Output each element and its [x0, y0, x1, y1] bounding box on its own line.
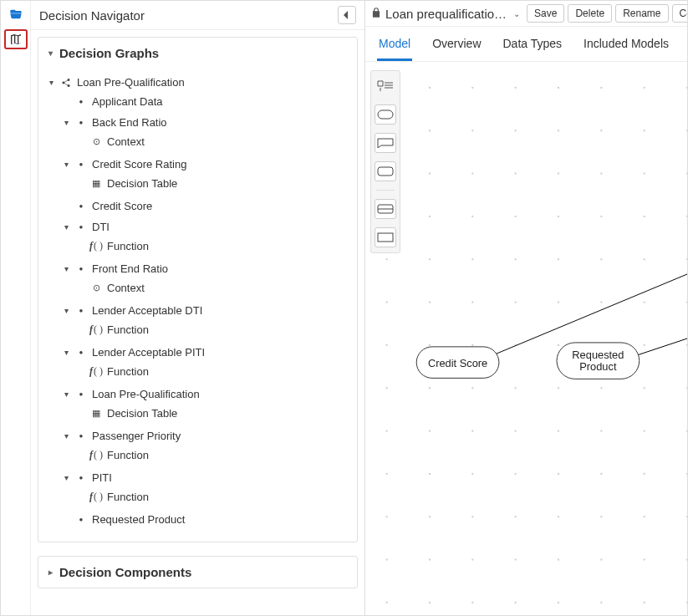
tree-item-label: DTI — [92, 221, 110, 233]
tool-oval-input[interactable] — [375, 104, 396, 125]
tree-item-label: Credit Score — [92, 200, 152, 212]
svg-rect-6 — [365, 66, 687, 611]
file-dropdown-icon[interactable]: ⌄ — [510, 9, 523, 18]
tab-model[interactable]: Model — [377, 33, 412, 61]
tree-root-label: Loan Pre-Qualification — [77, 76, 185, 89]
tree-item[interactable]: Front End Ratio — [60, 260, 350, 277]
fn-icon — [90, 491, 102, 503]
tree-child-item[interactable]: Context — [75, 133, 350, 150]
caret-icon — [62, 389, 70, 399]
delete-button[interactable]: Delete — [568, 4, 612, 23]
ctx-icon — [90, 283, 102, 293]
panel-decision-components-title: Decision Components — [59, 565, 191, 579]
tree-root[interactable]: Loan Pre-Qualification — [45, 74, 350, 91]
tree-child-item[interactable]: Function — [75, 363, 350, 380]
rename-button[interactable]: Rename — [615, 4, 668, 23]
project-explorer-icon[interactable] — [4, 4, 28, 24]
tree-item[interactable]: Loan Pre-Qualification — [60, 385, 350, 403]
tool-ks[interactable] — [375, 227, 396, 247]
tree-item[interactable]: PITI — [60, 469, 350, 486]
dot-icon — [75, 390, 87, 398]
tree-child-item[interactable]: Context — [75, 279, 350, 297]
tree-item-label: Requested Product — [92, 513, 185, 526]
tree-child-item[interactable]: Function — [75, 488, 350, 506]
tree-item[interactable]: Passenger Priority — [60, 427, 350, 445]
caret-icon — [62, 431, 70, 440]
tool-annotation[interactable] — [375, 133, 396, 153]
tool-lasso[interactable] — [375, 76, 396, 96]
copy-button[interactable]: Co — [672, 4, 688, 23]
caret-icon — [62, 118, 70, 127]
tree-item-label: Lender Acceptable PITI — [92, 346, 205, 359]
node-credit-score-label: Credit Score — [428, 357, 487, 369]
table-icon — [90, 178, 102, 189]
svg-rect-4 — [378, 233, 393, 242]
tree-item[interactable]: Back End Ratio — [60, 114, 350, 131]
tool-decision[interactable] — [375, 161, 396, 181]
dot-icon — [75, 474, 87, 481]
panel-decision-graphs-header[interactable]: Decision Graphs — [38, 38, 357, 69]
decision-graphs-tree: Loan Pre-Qualification Applicant DataBac… — [45, 72, 350, 532]
collapse-sidebar-button[interactable] — [338, 6, 356, 24]
svg-rect-0 — [378, 110, 393, 119]
tree-item[interactable]: Credit Score — [60, 197, 350, 215]
tool-bkm[interactable] — [375, 199, 396, 219]
caret-icon — [62, 306, 70, 315]
node-requested-product[interactable]: Requested Product — [557, 343, 640, 379]
tree-item-label: Lender Acceptable DTI — [92, 304, 202, 317]
node-requested-product-label-2: Product — [579, 361, 617, 374]
svg-rect-1 — [378, 167, 393, 176]
tree-item[interactable]: Requested Product — [60, 511, 350, 528]
tree-item[interactable]: Lender Acceptable DTI — [60, 302, 350, 319]
dot-icon — [75, 223, 87, 231]
panel-decision-graphs-title: Decision Graphs — [59, 46, 159, 60]
tree-child-item[interactable]: Function — [75, 321, 350, 339]
node-credit-score[interactable]: Credit Score — [416, 347, 499, 379]
tree-item-label: Passenger Priority — [92, 430, 181, 442]
tree-item-label: Credit Score Rating — [92, 158, 186, 171]
chevron-down-icon — [48, 48, 53, 58]
tree-item-label: Front End Ratio — [92, 262, 168, 275]
fn-icon — [90, 365, 102, 378]
sidebar: Decision Navigator Decision Graphs — [31, 1, 365, 615]
tree-child-item[interactable]: Function — [75, 446, 350, 464]
sidebar-header: Decision Navigator — [31, 1, 364, 30]
caret-icon — [62, 222, 70, 232]
tree-child-item[interactable]: Function — [75, 237, 350, 255]
tree-child-label: Function — [107, 323, 149, 336]
panel-decision-components-header[interactable]: Decision Components — [38, 557, 357, 588]
tree-child-label: Context — [107, 135, 145, 148]
model-canvas[interactable]: Credit Score Requested Product — [365, 62, 687, 615]
tree-item[interactable]: DTI — [60, 218, 350, 236]
lock-icon — [370, 7, 382, 21]
tab-included-models[interactable]: Included Models — [582, 33, 670, 61]
fn-icon — [90, 240, 102, 252]
tree-child-item[interactable]: Decision Table — [75, 405, 350, 422]
tree-item[interactable]: Applicant Data — [60, 93, 350, 110]
chevron-right-icon — [48, 568, 53, 577]
tab-overview[interactable]: Overview — [431, 33, 482, 61]
save-button[interactable]: Save — [527, 4, 564, 23]
share-icon — [60, 78, 72, 88]
file-title: Loan prequalificatio… — [370, 7, 507, 21]
caret-icon — [62, 264, 70, 273]
tree-child-label: Decision Table — [107, 177, 177, 190]
fn-icon — [90, 323, 102, 336]
tree-child-item[interactable]: Decision Table — [75, 175, 350, 192]
caret-icon — [62, 473, 70, 482]
tree-item-label: Back End Ratio — [92, 116, 167, 129]
editor-tabs: Model Overview Data Types Included Model… — [365, 27, 687, 62]
tree-child-label: Context — [107, 282, 145, 294]
tab-data-types[interactable]: Data Types — [502, 33, 564, 61]
tree-child-label: Decision Table — [107, 407, 177, 420]
tree-item[interactable]: Credit Score Rating — [60, 155, 350, 173]
tree-item[interactable]: Lender Acceptable PITI — [60, 344, 350, 361]
caret-icon — [47, 78, 55, 87]
shape-palette — [370, 70, 400, 253]
ctx-icon — [90, 136, 102, 147]
file-name: Loan prequalificatio… — [385, 7, 507, 21]
tree-child-label: Function — [107, 449, 149, 461]
caret-icon — [62, 348, 70, 357]
node-requested-product-label-1: Requested — [572, 349, 624, 361]
decision-navigator-icon[interactable] — [4, 29, 28, 49]
